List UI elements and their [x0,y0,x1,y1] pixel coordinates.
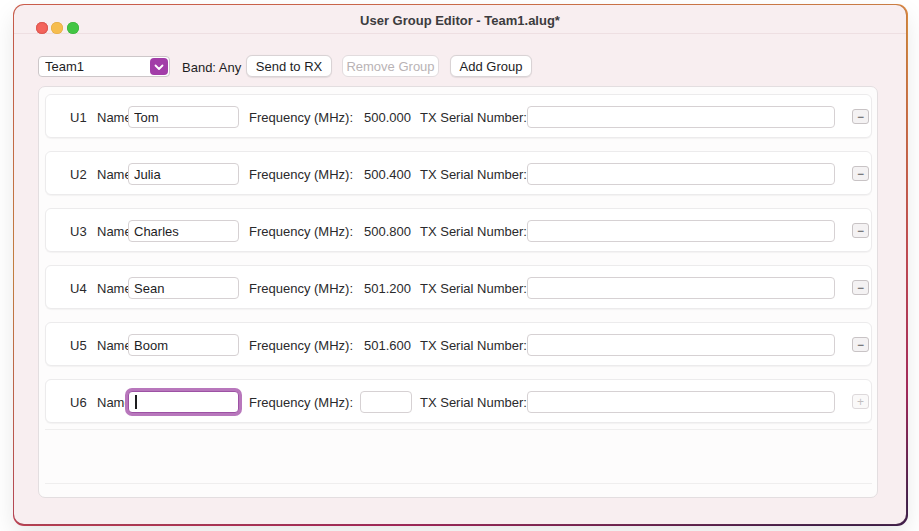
screenshot-root: User Group Editor - Team1.alug* Band: An… [0,0,919,531]
remove-group-button: Remove Group [342,55,439,77]
tx-serial-label: TX Serial Number: [420,395,527,410]
name-input[interactable] [128,220,239,242]
add-group-button[interactable]: Add Group [450,55,532,77]
user-id-label: U4 [70,281,87,296]
group-combobox-input[interactable] [45,57,145,76]
focused-name-field [128,391,239,413]
remove-user-button[interactable]: − [852,337,869,352]
user-group-editor-window: User Group Editor - Team1.alug* Band: An… [14,5,906,524]
frequency-value: 501.200 [364,281,411,296]
tx-serial-input[interactable] [527,277,835,299]
frequency-value: 500.400 [364,167,411,182]
remove-user-button[interactable]: − [852,109,869,124]
empty-row-divider [45,429,872,430]
frequency-label: Frequency (MHz): [249,281,353,296]
tx-serial-input[interactable] [527,220,835,242]
tx-serial-label: TX Serial Number: [420,224,527,239]
window-title: User Group Editor - Team1.alug* [14,13,906,28]
name-input[interactable] [128,277,239,299]
group-combobox-dropdown-button[interactable] [150,58,168,75]
user-id-label: U3 [70,224,87,239]
user-row-u5: U5 Name: Frequency (MHz): 501.600 TX Ser… [45,322,872,366]
send-to-rx-button[interactable]: Send to RX [246,55,332,77]
remove-user-button[interactable]: − [852,223,869,238]
tx-serial-input[interactable] [527,334,835,356]
user-row-u4: U4 Name: Frequency (MHz): 501.200 TX Ser… [45,265,872,309]
user-id-label: U1 [70,110,87,125]
user-list: U1 Name: Frequency (MHz): 500.000 TX Ser… [38,86,878,498]
name-input[interactable] [128,163,239,185]
tx-serial-input[interactable] [527,391,835,413]
name-input[interactable] [128,391,239,413]
name-input[interactable] [128,334,239,356]
title-bar[interactable]: User Group Editor - Team1.alug* [14,5,906,34]
frequency-value: 501.600 [364,338,411,353]
frequency-label: Frequency (MHz): [249,224,353,239]
frequency-label: Frequency (MHz): [249,110,353,125]
tx-serial-label: TX Serial Number: [420,281,527,296]
tx-serial-label: TX Serial Number: [420,167,527,182]
tx-serial-input[interactable] [527,163,835,185]
frequency-value: 500.000 [364,110,411,125]
user-id-label: U2 [70,167,87,182]
tx-serial-input[interactable] [527,106,835,128]
frequency-value: 500.800 [364,224,411,239]
user-id-label: U5 [70,338,87,353]
user-row-u1: U1 Name: Frequency (MHz): 500.000 TX Ser… [45,94,872,138]
frequency-label: Frequency (MHz): [249,167,353,182]
tx-serial-label: TX Serial Number: [420,110,527,125]
band-label: Band: Any [182,60,241,75]
user-row-u2: U2 Name: Frequency (MHz): 500.400 TX Ser… [45,151,872,195]
user-row-u3: U3 Name: Frequency (MHz): 500.800 TX Ser… [45,208,872,252]
name-input[interactable] [128,106,239,128]
text-caret [135,395,137,409]
frequency-input[interactable] [360,391,412,413]
user-row-u6: U6 Name: Frequency (MHz): TX Serial Numb… [45,379,872,423]
add-user-button: + [852,394,869,409]
frequency-label: Frequency (MHz): [249,338,353,353]
frequency-label: Frequency (MHz): [249,395,353,410]
remove-user-button[interactable]: − [852,166,869,181]
chevron-down-icon [154,59,164,74]
empty-row-divider [45,483,872,484]
remove-user-button[interactable]: − [852,280,869,295]
user-id-label: U6 [70,395,87,410]
group-combobox[interactable] [38,56,170,77]
tx-serial-label: TX Serial Number: [420,338,527,353]
